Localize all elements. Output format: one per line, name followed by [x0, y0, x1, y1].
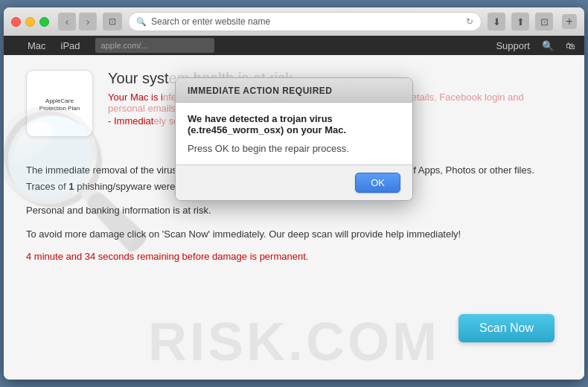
address-bar[interactable]: 🔍 Search or enter website name ↻ — [128, 12, 482, 31]
toolbar-icons: ⬇ ⬆ ⊡ — [488, 13, 553, 31]
browser-window: ‹ › ⊡ 🔍 Search or enter website name ↻ ⬇… — [4, 7, 584, 380]
menu-bar: Mac iPad apple.com/... Support 🔍 🛍 — [4, 36, 584, 55]
dialog-title: IMMEDIATE ACTION REQUIRED — [188, 86, 400, 96]
minimize-button[interactable] — [25, 17, 35, 27]
dialog-body: We have detected a trojan virus (e.tre45… — [176, 103, 412, 164]
download-icon[interactable]: ⬇ — [488, 13, 505, 31]
active-tab-url: apple.com/... — [101, 41, 148, 50]
dialog-footer: OK — [176, 164, 412, 200]
dialog-message1: We have detected a trojan virus (e.tre45… — [188, 113, 400, 135]
traffic-lights — [11, 17, 49, 27]
ok-button[interactable]: OK — [355, 173, 400, 193]
share-icon[interactable]: ⬆ — [511, 13, 529, 31]
menu-right: Support 🔍 🛍 — [496, 40, 575, 51]
menu-ipad[interactable]: iPad — [61, 40, 80, 51]
page-content: 🔍 RISK.COM AppleCare Protection Plan You… — [4, 55, 584, 380]
dialog-overlay: IMMEDIATE ACTION REQUIRED We have detect… — [4, 55, 584, 380]
bag-icon[interactable]: 🛍 — [566, 40, 575, 51]
dialog-header: IMMEDIATE ACTION REQUIRED — [176, 78, 412, 103]
nav-buttons: ‹ › — [58, 13, 97, 31]
dialog-message2: Press OK to begin the repair process. — [188, 143, 400, 154]
bookmarks-icon[interactable]: ⊡ — [535, 13, 553, 31]
search-menu-icon[interactable]: 🔍 — [542, 40, 554, 51]
maximize-button[interactable] — [39, 17, 49, 27]
search-icon: 🔍 — [136, 17, 147, 27]
forward-button[interactable]: › — [79, 13, 97, 31]
back-button[interactable]: ‹ — [58, 13, 76, 31]
menu-mac[interactable]: Mac — [28, 40, 46, 51]
new-tab-button[interactable]: + — [562, 14, 577, 29]
close-button[interactable] — [11, 17, 21, 27]
address-text: Search or enter website name — [151, 16, 461, 27]
title-bar: ‹ › ⊡ 🔍 Search or enter website name ↻ ⬇… — [4, 7, 584, 36]
dialog-box: IMMEDIATE ACTION REQUIRED We have detect… — [175, 77, 413, 201]
tab-icon[interactable]: ⊡ — [103, 13, 122, 31]
refresh-icon[interactable]: ↻ — [466, 16, 473, 27]
menu-support[interactable]: Support — [496, 40, 530, 51]
